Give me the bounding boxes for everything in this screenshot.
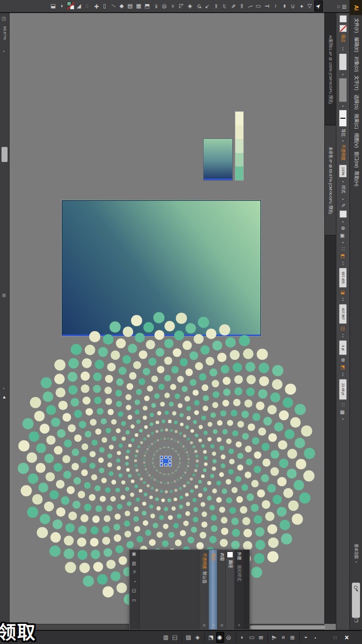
small-gradient-rectangle[interactable] — [204, 139, 232, 180]
height-field[interactable]: 20.46 pt — [339, 379, 347, 400]
selection-handle[interactable] — [160, 463, 163, 466]
scroll-up-icon[interactable]: ▲ — [2, 394, 7, 399]
appearance-row-contents[interactable]: 内容 ⊙ — [217, 550, 225, 629]
style-swatch[interactable] — [339, 210, 347, 218]
y-field[interactable]: 407.967 — [339, 304, 347, 324]
stroke-link[interactable]: 描边 — [341, 34, 345, 44]
panel-tab-0[interactable]: 外观 — [237, 552, 241, 560]
dock-icon-stroke[interactable]: Ⅲ — [257, 632, 265, 643]
selection-handle[interactable] — [168, 463, 171, 466]
home-icon[interactable]: ⌂ — [336, 5, 341, 8]
align-icon[interactable]: ∷ — [340, 247, 346, 250]
panel-collapse-icon[interactable]: » — [236, 624, 241, 626]
opacity-link[interactable]: 不透明度: — [202, 553, 207, 570]
dock-icon-brushes[interactable]: ≡ — [280, 632, 288, 643]
canvas[interactable] — [0, 0, 362, 644]
close-icon[interactable]: × — [344, 633, 348, 641]
stroke-link[interactable]: 描边 — [211, 553, 215, 561]
curvature-tool[interactable]: ~ — [272, 1, 280, 12]
stroke-weight-field[interactable] — [339, 53, 347, 70]
color-modes-icon[interactable]: ◓ — [58, 1, 66, 12]
menu-item-3[interactable]: 文字(T) — [350, 73, 362, 93]
menu-item-2[interactable]: 对象(O) — [350, 54, 362, 73]
column-graph-tool[interactable]: ▥ — [126, 1, 135, 12]
opacity-field[interactable]: 100% — [339, 165, 347, 178]
visibility-eye-icon[interactable]: ⊙ — [220, 624, 224, 627]
draw-modes-icon[interactable]: ◨ — [49, 1, 58, 12]
selection-handle[interactable] — [160, 460, 163, 463]
menu-item-0[interactable]: 文件(F) — [350, 16, 362, 35]
brush-definition-icon[interactable]: ✎ — [340, 203, 345, 207]
link-dimensions-icon[interactable]: ⊗ — [340, 358, 345, 362]
restore-button[interactable]: ❐ — [351, 615, 361, 626]
hand-tool[interactable]: ✚ — [92, 1, 101, 12]
reference-point-icon[interactable]: ∷ — [340, 403, 346, 406]
symbol-sprayer-tool[interactable]: ◆ — [118, 1, 126, 12]
opacity-link[interactable]: 不透明度 — [341, 144, 345, 163]
selection-handle[interactable] — [164, 456, 167, 459]
type-tool[interactable]: T — [263, 1, 272, 12]
dock-icon-libraries[interactable]: ◫ — [171, 632, 179, 643]
dock-icon-artboards[interactable]: ▤ — [162, 632, 170, 643]
dock-icon-graphic-styles[interactable]: ◎ — [225, 632, 233, 643]
appearance-row-stroke[interactable]: 描边 ⊙ — [208, 550, 217, 629]
menu-item-5[interactable]: 效果(C) — [350, 112, 362, 131]
zoom-level[interactable]: 66.67% — [3, 26, 7, 40]
add-fill-button[interactable]: ▤ — [132, 561, 137, 566]
width-field[interactable]: 4 pt — [339, 340, 347, 355]
artboard-tool[interactable]: ▭ — [101, 1, 109, 12]
fill-swatch[interactable] — [339, 15, 347, 23]
app-menu-icon[interactable]: ▤ — [342, 4, 347, 9]
delete-item-button[interactable]: ▯ — [132, 599, 137, 602]
style-label[interactable]: 样式 — [341, 185, 345, 195]
visibility-eye-icon[interactable]: ⊙ — [202, 624, 206, 627]
dock-icon-symbols[interactable]: ◭ — [270, 632, 279, 643]
transform-panel-icon[interactable]: ▦ — [340, 410, 345, 415]
zoom-tool[interactable]: ◌ — [83, 1, 92, 12]
appearance-row-opacity[interactable]: 不透明度: 默认值 ⊙ — [199, 550, 208, 629]
add-stroke-button[interactable]: ▣ — [132, 552, 137, 556]
selection-handle[interactable] — [168, 456, 171, 459]
rectangle-tool[interactable]: ▯ — [254, 1, 263, 12]
menu-item-6[interactable]: 视图(V) — [350, 131, 362, 150]
panel-tab-1[interactable]: 图形样式 — [237, 565, 241, 581]
scrollbar-thumb[interactable] — [2, 147, 8, 162]
rotate-tool[interactable]: ↺ — [195, 1, 203, 12]
gradient-rectangle-artwork[interactable] — [62, 200, 261, 336]
visibility-eye-icon[interactable]: ⊙ — [211, 624, 215, 627]
menu-item-7[interactable]: 窗口(W) — [350, 150, 362, 169]
dock-icon-shape-builder[interactable]: ◈ — [194, 632, 202, 643]
selection-bounding-box[interactable] — [160, 456, 171, 466]
document-tab-0[interactable]: AI案例01.ai* @ 100% (CMYK/GPU 预览) — [325, 15, 336, 125]
preferences-icon[interactable]: ▣ — [340, 233, 345, 238]
selection-handle[interactable] — [164, 463, 167, 466]
scissors-tool[interactable]: ✂ — [212, 1, 220, 12]
eraser-tool[interactable]: ▱ — [220, 1, 229, 12]
width-icon[interactable]: ◫ — [340, 327, 345, 331]
gradient-tool[interactable]: ◧ — [143, 1, 152, 12]
direct-selection-tool[interactable]: ▷ — [306, 1, 314, 12]
pencil-tool[interactable]: ✏ — [237, 1, 246, 12]
dock-icon-transparency[interactable]: ◒ — [239, 632, 247, 643]
add-effect-button[interactable]: fx. — [133, 571, 136, 574]
selected-object[interactable] — [162, 459, 168, 463]
dock-icon-pathfinder[interactable]: ◗ — [302, 632, 310, 643]
slice-tool[interactable]: ⁄ — [109, 1, 118, 12]
menu-item-4[interactable]: 选择(S) — [350, 93, 362, 112]
x-coordinate-icon[interactable]: ◧ — [340, 254, 345, 259]
edit-toolbar-icon[interactable]: ◥ — [75, 1, 83, 12]
dock-icon-asset-export[interactable]: ▧ — [185, 632, 193, 643]
dock-icon-color-guide[interactable]: ◔ — [311, 632, 319, 643]
selection-tool[interactable]: ➤ — [314, 1, 323, 12]
pen-tool[interactable]: ✒ — [280, 1, 289, 12]
blend-tool[interactable]: ◎ — [160, 1, 169, 12]
height-icon[interactable]: ◩ — [340, 365, 345, 370]
paintbrush-tool[interactable]: ✎ — [229, 1, 237, 12]
free-transform-tool[interactable]: ◺ — [177, 1, 186, 12]
color-swatch-strip-artwork[interactable] — [235, 112, 243, 180]
scrollbar-thumb[interactable] — [250, 625, 325, 629]
menu-item-1[interactable]: 编辑(E) — [350, 35, 362, 54]
selection-handle[interactable] — [160, 456, 163, 459]
stroke-none-swatch[interactable] — [339, 25, 347, 32]
document-setup-icon[interactable]: ⊕ — [340, 226, 345, 230]
